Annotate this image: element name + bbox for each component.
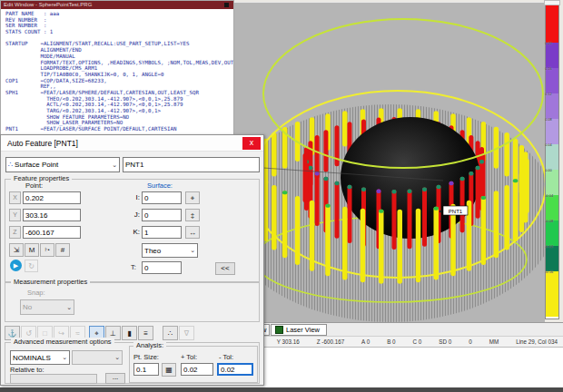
color-scale-segment: 0.00: [546, 144, 558, 170]
pt-size-label: Pt. Size:: [133, 353, 159, 361]
nominals-value: NOMINALS: [13, 354, 51, 362]
vector-j-input[interactable]: [142, 209, 182, 221]
edit-window-title: Edit Window - SpherePointTest.PRG: [4, 2, 92, 7]
k-label: K:: [127, 228, 140, 236]
y-axis-button[interactable]: Y: [9, 209, 21, 221]
code-line: COP1 =COP/DATA,SIZE=68233,: [5, 78, 233, 84]
color-scale-tick-label: -0.04: [545, 194, 553, 198]
vector-i-input[interactable]: [142, 191, 182, 204]
color-scale-tick-label: -0.16: [545, 270, 553, 274]
color-scale-header: [544, 0, 560, 5]
code-line: SHOW FEATURE PARAMETERS=NO: [5, 114, 233, 121]
color-scale-segment: -0.08: [546, 195, 558, 220]
minus-tol-input[interactable]: [217, 363, 253, 376]
point-offset-button[interactable]: ⊦•: [40, 243, 54, 257]
code-line: PART NAME : aaa: [5, 11, 233, 17]
snap-point-button[interactable]: ⇲: [9, 243, 24, 257]
surface-label: Surface:: [147, 181, 173, 190]
feature-type-value: Surface Point: [15, 161, 58, 169]
density-button[interactable]: ≡: [138, 326, 153, 340]
vector-k-input[interactable]: [142, 226, 182, 239]
code-editor[interactable]: PART NAME : aaaREV NUMBER :SER NUMBER :S…: [1, 9, 233, 135]
status-item: B 0: [387, 338, 395, 345]
status-item: SD 0: [439, 338, 451, 345]
code-line: STARTUP =ALIGNMENT/START,RECALL:USE_PART…: [5, 41, 233, 47]
code-line: FORMAT/TEXT,OPTIONS, ,HEADINGS,SYMBOLS, …: [5, 60, 233, 66]
close-icon[interactable]: x: [242, 137, 261, 150]
point-y-input[interactable]: [23, 209, 81, 221]
analysis-legend: Analysis:: [133, 341, 166, 349]
pt-size-input[interactable]: [133, 363, 159, 376]
surface-point-icon: ∴: [8, 161, 13, 169]
advanced-options-legend: Advanced measurement options: [11, 338, 114, 346]
color-scale-tick-label: -0.08: [545, 220, 553, 223]
color-scale-segment: 0.16: [546, 43, 558, 68]
status-item: MM: [489, 338, 499, 345]
color-scale-segment: 0.20: [546, 3, 558, 43]
nominals-mode-dropdown[interactable]: ⌄: [72, 350, 123, 365]
feature-name-input[interactable]: [123, 157, 260, 172]
collapse-button[interactable]: <<: [215, 262, 235, 275]
dialog-title: Auto Feature [PNT1]: [7, 139, 78, 148]
color-scale-tick-label: 0.00: [545, 169, 552, 172]
measurement-properties-legend: Measurement properties: [11, 278, 90, 286]
measurement-properties-group: Measurement properties Snap: No ⌄: [5, 282, 260, 322]
chevron-down-icon: ⌄: [114, 354, 120, 361]
color-scale-segment: 0.12: [546, 68, 558, 93]
flip-vector-button[interactable]: ‡: [185, 209, 200, 221]
relative-to-field[interactable]: [10, 374, 97, 384]
read-vector-button[interactable]: ⌖: [185, 191, 200, 204]
code-line: REF,,: [5, 83, 233, 90]
color-scale-segment: -0.16: [546, 246, 558, 271]
status-item: Y 303.16: [277, 338, 300, 345]
color-scale-tick-label: 0.16: [545, 67, 552, 71]
code-line: SPH1 =FEAT/LASER/SPHERE/DEFAULT,CARTESIA…: [5, 90, 233, 96]
theo-dropdown[interactable]: Theo ⌄: [142, 243, 198, 258]
theo-value: Theo: [144, 247, 161, 255]
dialog-titlebar: Auto Feature [PNT1]: [1, 135, 263, 152]
code-line: SER NUMBER :: [5, 23, 233, 29]
test-play-button[interactable]: ▶: [10, 260, 22, 271]
browse-button[interactable]: ...: [105, 373, 125, 384]
code-line: ALIGNMENT/END: [5, 47, 233, 54]
z-axis-button[interactable]: Z: [9, 226, 21, 239]
edit-window-titlebar: Edit Window - SpherePointTest.PRG: [1, 1, 233, 9]
laser-view-scene: COP1PNT1: [234, 3, 545, 322]
depth-vector-button[interactable]: ↔: [185, 226, 200, 239]
plus-tol-input[interactable]: [181, 363, 213, 376]
color-scale-tick-label: 0.04: [545, 143, 552, 147]
plus-tol-label: + Tol:: [181, 353, 197, 361]
color-scale-tick-label: 0.12: [545, 93, 552, 96]
snap-value: No: [23, 303, 32, 311]
point-label: Point:: [25, 181, 43, 190]
tab-laser-view[interactable]: Laser View: [271, 324, 327, 336]
reset-button[interactable]: ↻: [25, 260, 38, 272]
color-scale: 0.20 0.16 0.12 0.08 0.04 0.00 -0.04 -0.0…: [545, 2, 559, 319]
code-line: REV NUMBER :: [5, 17, 233, 24]
color-scale-tick-label: 0.20: [545, 42, 552, 45]
code-line: STATS COUNT : 1: [5, 29, 233, 35]
edit-window-close-icon[interactable]: [224, 3, 229, 7]
find-nominal-button[interactable]: M: [25, 243, 39, 257]
offset-button[interactable]: ▮: [122, 326, 137, 340]
edit-window: Edit Window - SpherePointTest.PRG PART N…: [0, 0, 234, 136]
chevron-down-icon: ⌄: [66, 304, 72, 311]
status-item: A 0: [361, 338, 370, 345]
t-input[interactable]: [142, 261, 182, 274]
nominals-dropdown[interactable]: NOMINALS ⌄: [10, 350, 70, 365]
laser-view-icon: [275, 326, 283, 334]
x-axis-button[interactable]: X: [9, 191, 21, 204]
status-item: Z -600.167: [317, 338, 344, 345]
snap-label: Snap:: [27, 289, 45, 297]
feature-type-dropdown[interactable]: ∴Surface Point ⌄: [5, 157, 120, 172]
pixel-grid-button[interactable]: ▦: [162, 363, 176, 377]
laser-view-3d[interactable]: COP1PNT1: [234, 2, 545, 322]
point-x-input[interactable]: [23, 191, 81, 204]
code-line: TIP/T1A0B0C0, SHANKIJK=0, 0, 1, ANGLE=0: [5, 72, 233, 78]
snap-dropdown[interactable]: No ⌄: [20, 299, 74, 315]
grid-button[interactable]: #: [55, 243, 70, 257]
point-z-input[interactable]: [23, 226, 81, 239]
scatter-points-button[interactable]: ∴: [163, 326, 178, 340]
chevron-down-icon: ⌄: [112, 162, 117, 169]
filter-button[interactable]: ∇: [179, 326, 194, 340]
